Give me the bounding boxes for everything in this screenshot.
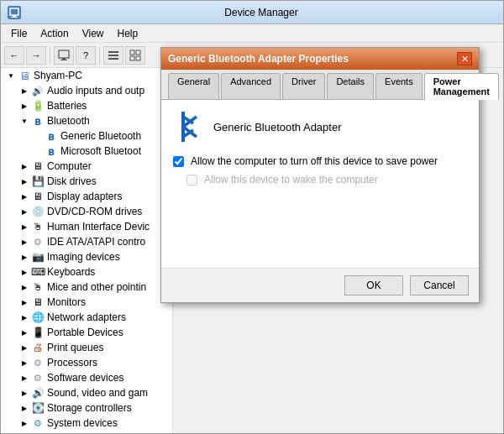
title-bar: Device Manager — [1, 1, 503, 24]
app-icon — [8, 6, 21, 19]
tree-bluetooth[interactable]: ʙ Bluetooth — [18, 113, 172, 128]
device-name: Generic Bluetooth Adapter — [213, 121, 342, 133]
processor-icon: ⚙ — [31, 356, 45, 369]
system-icon: ⚙ — [31, 416, 45, 430]
menu-action[interactable]: Action — [34, 26, 75, 41]
list-button[interactable] — [103, 46, 123, 65]
tree-keyboards[interactable]: ⌨ Keyboards — [18, 264, 172, 280]
cancel-button[interactable]: Cancel — [410, 275, 469, 295]
imaging-arrow — [18, 250, 31, 264]
tab-events[interactable]: Events — [375, 73, 423, 99]
menu-help[interactable]: Help — [111, 26, 145, 41]
portable-label: Portable Devices — [47, 327, 123, 338]
disk-arrow — [18, 175, 31, 188]
keyboards-arrow — [18, 265, 31, 279]
toolbar-separator2 — [99, 47, 100, 64]
tree-disk-drives[interactable]: 💾 Disk drives — [18, 174, 172, 189]
dialog-close-button[interactable]: ✕ — [457, 52, 472, 65]
bluetooth-folder-icon: ʙ — [31, 114, 45, 128]
view-button[interactable] — [125, 46, 145, 65]
svg-rect-10 — [136, 50, 140, 55]
tree-print[interactable]: 🖨 Print queues — [18, 340, 172, 355]
ms-bt-arrow — [31, 144, 45, 158]
svg-rect-0 — [10, 8, 18, 15]
menu-file[interactable]: File — [4, 26, 34, 41]
tree-network[interactable]: 🌐 Network adapters — [18, 310, 172, 325]
software-label: Software devices — [47, 372, 123, 384]
tree-dvd[interactable]: 💿 DVD/CD-ROM drives — [18, 204, 172, 219]
menu-view[interactable]: View — [76, 26, 111, 41]
print-label: Print queues — [47, 342, 103, 353]
tree-hid[interactable]: 🖱 Human Interface Devic — [18, 219, 172, 234]
window-title: Device Manager — [26, 7, 496, 18]
audio-icon: 🔊 — [31, 84, 45, 97]
device-tree[interactable]: 🖥 Shyam-PC 🔊 Audio inputs and outp 🔋 Bat… — [1, 68, 173, 433]
tree-microsoft-bluetooth[interactable]: ʙ Microsoft Bluetoot — [31, 144, 172, 159]
computer-label: Computer — [47, 160, 92, 172]
tab-power-management[interactable]: Power Management — [424, 73, 499, 100]
computer-button[interactable] — [54, 46, 74, 65]
dialog-footer: OK Cancel — [161, 268, 479, 302]
keyboards-label: Keyboards — [47, 266, 95, 278]
root-arrow — [4, 69, 18, 82]
tab-driver[interactable]: Driver — [282, 73, 325, 99]
dialog-tab-bar: General Advanced Driver Details Events P… — [161, 70, 479, 100]
monitor-icon: 🖥 — [31, 295, 45, 309]
tree-software[interactable]: ⚙ Software devices — [18, 370, 172, 385]
tree-mice[interactable]: 🖱 Mice and other pointin — [18, 280, 172, 295]
network-icon: 🌐 — [31, 311, 45, 324]
wake-computer-checkbox[interactable] — [186, 175, 197, 186]
dvd-icon: 💿 — [31, 205, 45, 218]
hid-arrow — [18, 220, 31, 233]
tree-audio[interactable]: 🔊 Audio inputs and outp — [18, 83, 172, 98]
tree-portable[interactable]: 📱 Portable Devices — [18, 325, 172, 340]
svg-rect-6 — [108, 51, 118, 53]
properties-dialog: Generic Bluetooth Adapter Properties ✕ G… — [160, 47, 480, 303]
forward-button[interactable]: → — [26, 46, 46, 65]
tree-generic-bluetooth[interactable]: ʙ Generic Bluetooth — [31, 128, 172, 144]
ok-button[interactable]: OK — [344, 275, 403, 295]
display-icon: 🖥 — [31, 190, 45, 203]
tab-advanced[interactable]: Advanced — [221, 73, 281, 99]
tree-monitors[interactable]: 🖥 Monitors — [18, 295, 172, 310]
tree-computer[interactable]: 🖥 Computer — [18, 159, 172, 174]
tree-display[interactable]: 🖥 Display adapters — [18, 189, 172, 204]
bluetooth-device-icon — [173, 112, 203, 142]
network-arrow — [18, 311, 31, 324]
back-button[interactable]: ← — [4, 46, 24, 65]
hid-label: Human Interface Devic — [47, 221, 150, 233]
save-power-checkbox[interactable] — [173, 156, 184, 167]
ms-bt-label: Microsoft Bluetoot — [60, 145, 141, 157]
mice-arrow — [18, 280, 31, 294]
system-label: System devices — [47, 417, 118, 429]
save-power-checkbox-row: Allow the computer to turn off this devi… — [173, 155, 467, 167]
imaging-label: Imaging devices — [47, 251, 120, 263]
svg-rect-5 — [60, 60, 67, 60]
network-label: Network adapters — [47, 311, 126, 323]
svg-rect-9 — [130, 50, 134, 55]
tree-batteries[interactable]: 🔋 Batteries — [18, 98, 172, 113]
sound-label: Sound, video and gam — [47, 387, 148, 399]
batteries-arrow — [18, 99, 31, 112]
tab-details[interactable]: Details — [327, 73, 374, 99]
tree-ide[interactable]: ⚙ IDE ATA/ATAPI contro — [18, 234, 172, 249]
svg-rect-12 — [136, 56, 140, 60]
dialog-title: Generic Bluetooth Adapter Properties — [168, 53, 457, 65]
tree-system[interactable]: ⚙ System devices — [18, 416, 172, 431]
keyboard-icon: ⌨ — [31, 265, 45, 279]
dvd-arrow — [18, 205, 31, 218]
tree-sound[interactable]: 🔊 Sound, video and gam — [18, 385, 172, 400]
tree-processors[interactable]: ⚙ Processors — [18, 355, 172, 370]
mouse-icon: 🖱 — [31, 280, 45, 294]
tree-imaging[interactable]: 📷 Imaging devices — [18, 249, 172, 264]
root-label: Shyam-PC — [34, 70, 82, 81]
tree-root[interactable]: 🖥 Shyam-PC — [4, 68, 172, 83]
camera-icon: 📷 — [31, 250, 45, 264]
help-button[interactable]: ? — [76, 46, 96, 65]
battery-icon: 🔋 — [31, 99, 45, 112]
print-icon: 🖨 — [31, 341, 45, 354]
tab-general[interactable]: General — [168, 73, 219, 99]
bluetooth-label: Bluetooth — [47, 115, 90, 127]
mice-label: Mice and other pointin — [47, 281, 146, 293]
tree-storage[interactable]: 💽 Storage controllers — [18, 400, 172, 416]
